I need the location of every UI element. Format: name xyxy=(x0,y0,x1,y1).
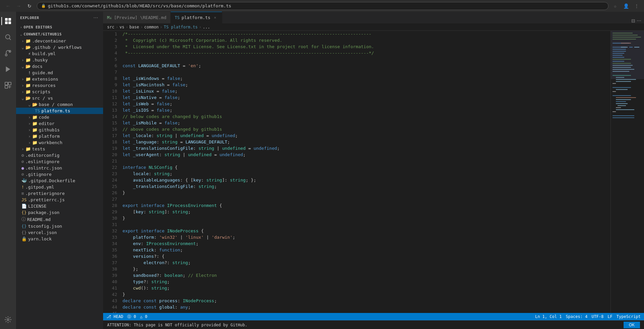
tree-item-resources[interactable]: › 📁 resources xyxy=(16,82,103,89)
tree-item-tests[interactable]: › 📁 tests xyxy=(16,146,103,152)
folder-res-file-icon: 📁 xyxy=(25,83,31,88)
run-activity-icon[interactable] xyxy=(1,63,15,76)
code-line-44: declare const global: any; xyxy=(123,304,611,310)
status-line-ending[interactable]: LF xyxy=(608,314,612,319)
tree-item-code[interactable]: › 📁 code xyxy=(16,114,103,120)
menu-icon[interactable]: ⋮ xyxy=(633,2,641,10)
svg-rect-40 xyxy=(613,83,616,84)
split-editor-button[interactable]: ⊟ xyxy=(631,18,635,23)
source-control-activity-icon[interactable] xyxy=(1,46,15,60)
svg-point-4 xyxy=(6,35,10,39)
status-warnings[interactable]: △ 0 xyxy=(140,314,148,319)
folder-src-file-icon: 📂 xyxy=(25,96,31,101)
sidebar-header: Explorer ⋯ xyxy=(16,12,103,24)
tree-item-guide-md[interactable]: ! guide.md xyxy=(16,70,103,76)
breadcrumb-base[interactable]: base xyxy=(130,25,139,29)
yarn-icon: 🔒 xyxy=(21,236,27,241)
tree-item-github-workflows[interactable]: ⌄ 📂 .github / workflows xyxy=(16,44,103,50)
tree-item-build-yml[interactable]: ⚡ build.yml xyxy=(16,50,103,57)
breadcrumb-src[interactable]: src xyxy=(107,25,114,29)
tree-item-editor[interactable]: › 📁 editor xyxy=(16,120,103,127)
explorer-activity-icon[interactable] xyxy=(1,14,15,28)
tree-item-editorconfig[interactable]: ⚙ .editorconfig xyxy=(16,152,103,158)
tab-platform-ts[interactable]: TS platform.ts ✕ xyxy=(171,12,222,23)
tree-item-gitpod-yml[interactable]: ! .gitpod.yml xyxy=(16,184,103,190)
open-editors-section[interactable]: › Open Editors xyxy=(16,24,103,31)
breadcrumb-vs[interactable]: vs xyxy=(119,25,124,29)
tree-item-scripts[interactable]: › 📁 scripts xyxy=(16,89,103,95)
status-position[interactable]: Ln 1, Col 1 xyxy=(535,314,562,319)
remote-activity-icon[interactable] xyxy=(1,313,15,326)
folder-base-file-icon: 📂 xyxy=(32,102,37,107)
status-indent[interactable]: Spaces: 4 xyxy=(566,314,587,319)
tree-item-devcontainer[interactable]: › 📁 .devcontainer xyxy=(16,38,103,44)
code-line-19: let _translationsConfigFile: string | un… xyxy=(123,145,611,151)
tree-item-eslintignore[interactable]: ⊘ .eslintignore xyxy=(16,158,103,165)
tree-item-prettierignore[interactable]: ≡ .prettierignore xyxy=(16,190,103,197)
tree-item-base-common[interactable]: ⌄ 📂 base / common xyxy=(16,101,103,108)
tree-item-platform[interactable]: › 📁 platform xyxy=(16,133,103,139)
tree-item-docs[interactable]: ⌄ 📂 docs xyxy=(16,63,103,70)
breadcrumb-more[interactable]: ... xyxy=(203,25,210,29)
code-editor[interactable]: 1 2 3 4 5 6 7 8 9 10 11 12 13 14 15 16 1… xyxy=(103,31,644,313)
ok-button[interactable]: OK xyxy=(624,322,640,328)
extensions-activity-icon[interactable] xyxy=(1,79,15,92)
tab-readme[interactable]: M↓ [Preview] \README.md xyxy=(103,12,171,23)
tab-close-button[interactable]: ✕ xyxy=(213,15,218,20)
svg-rect-44 xyxy=(613,95,631,96)
code-line-20: let _userAgent: string | undefined = und… xyxy=(123,151,611,158)
sidebar-title: Explorer xyxy=(20,16,39,20)
status-language[interactable]: TypeScript xyxy=(617,314,641,319)
main-area: Explorer ⋯ › Open Editors ⌄ CONWNET/GITH… xyxy=(0,12,644,329)
folder-ext-file-icon: 📁 xyxy=(25,77,31,82)
tree-item-license[interactable]: 📄 LICENSE xyxy=(16,203,103,209)
status-errors[interactable]: ⓪ 0 xyxy=(127,314,136,320)
star-icon[interactable]: ☆ xyxy=(611,2,619,10)
breadcrumb-platform-ts[interactable]: TS platform.ts xyxy=(164,25,197,29)
status-encoding[interactable]: UTF-8 xyxy=(591,314,603,319)
code-line-6: const LANGUAGE_DEFAULT = 'en'; xyxy=(123,63,611,69)
tree-item-package-json[interactable]: {} package.json xyxy=(16,209,103,216)
md-icon: ! xyxy=(28,70,31,75)
folder-workbench-icon: › xyxy=(28,140,31,145)
root-section[interactable]: ⌄ CONWNET/GITHUB1S xyxy=(16,31,103,38)
more-actions-button[interactable]: ⋯ xyxy=(92,14,99,21)
code-line-38: }; xyxy=(123,266,611,272)
status-branch[interactable]: ⎇ HEAD xyxy=(106,314,123,319)
tree-item-readme[interactable]: ⓘ README.md xyxy=(16,216,103,223)
profile-icon[interactable]: 👤 xyxy=(622,2,630,10)
tree-item-eslintrc[interactable]: ● .eslintrc.json xyxy=(16,165,103,171)
status-bar: ⎇ HEAD ⓪ 0 △ 0 Ln 1, Col 1 Spaces: 4 UTF… xyxy=(103,313,644,320)
svg-rect-11 xyxy=(5,86,8,88)
more-tab-actions-button[interactable]: ⋯ xyxy=(637,18,641,23)
tree-item-src-vs[interactable]: ⌄ 📂 src / vs xyxy=(16,95,103,101)
breadcrumb-common[interactable]: common xyxy=(144,25,159,29)
prettierignore-icon: ≡ xyxy=(21,191,24,196)
back-button[interactable]: ← xyxy=(3,1,13,11)
tree-item-gitpod-dockerfile[interactable]: 🐳 .gitpod.Dockerfile xyxy=(16,178,103,184)
forward-button[interactable]: → xyxy=(14,1,23,11)
folder-code-file-icon: 📁 xyxy=(32,115,37,120)
tree-item-github1s[interactable]: › 📁 github1s xyxy=(16,127,103,133)
code-content[interactable]: /*--------------------------------------… xyxy=(120,31,611,313)
tree-item-gitignore[interactable]: ⊘ .gitignore xyxy=(16,171,103,178)
address-bar[interactable]: 🔒 github1s.com/conwnet/github1s/blob/HEA… xyxy=(37,2,609,10)
ts-tab-icon: TS xyxy=(175,15,179,20)
svg-rect-50 xyxy=(616,107,621,108)
reload-button[interactable]: ↻ xyxy=(25,1,34,11)
tree-item-prettierrc[interactable]: JS .prettierrc.js xyxy=(16,197,103,203)
search-activity-icon[interactable] xyxy=(1,30,15,44)
tree-item-husky[interactable]: › 📁 .husky xyxy=(16,57,103,63)
tree-item-vercel[interactable]: {} vercel.json xyxy=(16,229,103,236)
license-icon: 📄 xyxy=(21,204,27,209)
tree-item-tsconfig[interactable]: {} tsconfig.json xyxy=(16,223,103,229)
svg-rect-54 xyxy=(613,117,634,118)
tree-item-platform-ts[interactable]: TS platform.ts xyxy=(16,108,103,114)
tree-item-yarn-lock[interactable]: 🔒 yarn.lock xyxy=(16,236,103,242)
tree-item-extensions[interactable]: › 📁 extensions xyxy=(16,76,103,82)
status-right: Ln 1, Col 1 Spaces: 4 UTF-8 LF TypeScrip… xyxy=(535,314,641,319)
tree-item-workbench[interactable]: › 📁 workbench xyxy=(16,139,103,146)
code-line-28: export interface IProcessEnvironment { xyxy=(123,202,611,209)
folder-tests-icon: › xyxy=(21,146,24,151)
svg-rect-45 xyxy=(616,97,636,98)
